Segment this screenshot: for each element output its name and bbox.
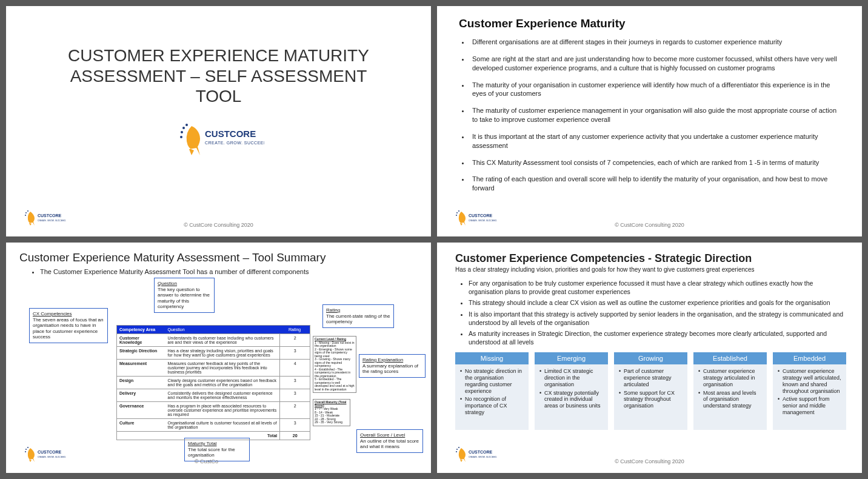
cell-question: Understands its customer base including …: [165, 334, 280, 346]
cell-rating: 2: [279, 334, 310, 346]
callout-title: Maturity Total: [188, 441, 216, 446]
callout-cx-competencies: CX Competencies The seven areas of focus…: [29, 308, 108, 343]
svg-point-5: [25, 212, 27, 213]
level-header: Missing: [455, 352, 529, 364]
cell-rating: 3: [279, 389, 310, 401]
copyright: © CustCo: [6, 458, 431, 464]
level-point: Active support from senior and middle ma…: [778, 396, 841, 415]
svg-point-1: [182, 127, 185, 129]
callout-title: CX Competencies: [33, 311, 72, 317]
callout-title: Rating Explanation: [362, 357, 403, 363]
table-row: CultureOrganisational culture is custome…: [117, 418, 310, 431]
callout-body: The total score for the organisation: [188, 447, 235, 458]
callout-title: Overall Score / Level: [360, 432, 405, 438]
callout-body: The seven areas of focus that an organis…: [33, 317, 104, 340]
svg-point-0: [185, 124, 188, 126]
svg-point-3: [180, 136, 182, 138]
slide-maturity-intro: Customer Experience Maturity Different o…: [437, 6, 862, 236]
svg-point-11: [456, 215, 457, 216]
level-point: Some support for CX strategy throughout …: [619, 390, 683, 409]
cell-area: Strategic Direction: [117, 347, 165, 359]
slide4-bullet-list: For any organisation to be truly custome…: [469, 279, 846, 346]
legend-line: 2 - Emerging - Shows some signs of the c…: [315, 348, 355, 358]
callout-body: The key question to answer to determine …: [158, 287, 210, 310]
maturity-levels-row: MissingNo strategic direction in the org…: [455, 352, 846, 430]
custcore-logo-icon: CUSTCORE CREATE. GROW. SUCCEED.: [173, 120, 264, 156]
level-point: Customer experience strategy articulated…: [698, 368, 762, 387]
callout-question: Question The key question to answer to d…: [154, 278, 215, 313]
total-value: 20: [279, 432, 310, 440]
cell-question: Measures customer feedback at key points…: [165, 360, 280, 376]
cell-area: Measurement: [117, 360, 165, 376]
cell-question: Has a clear strategy including vision, p…: [165, 347, 280, 359]
level-point: Limited CX strategic direction in the or…: [539, 368, 603, 387]
bullet-item: The maturity of customer experience mana…: [470, 106, 844, 124]
cell-area: Design: [117, 377, 165, 389]
level-body: Customer experience strategy articulated…: [693, 364, 767, 430]
cell-rating: 3: [279, 419, 310, 431]
legend-line: 1 - Missing - Does not exist in the orga…: [315, 341, 355, 348]
copyright: © CustCore Consulting 2020: [437, 458, 862, 464]
title-line-1: CUSTOMER EXPERIENCE MATURITY: [42, 45, 395, 66]
svg-text:CUSTCORE: CUSTCORE: [38, 450, 62, 454]
level-point: Part of customer experience strategy art…: [619, 368, 683, 387]
slide-grid: CUSTOMER EXPERIENCE MATURITY ASSESSMENT …: [0, 0, 868, 479]
svg-point-6: [25, 215, 26, 216]
maturity-level: EmbeddedCustomer experience strategy wel…: [773, 352, 846, 430]
level-header: Emerging: [535, 352, 608, 364]
callout-title: Question: [158, 281, 177, 286]
bullet-item: This strategy should include a clear CX …: [469, 298, 846, 307]
copyright: © CustCore Consulting 2020: [6, 222, 431, 228]
level-point: No strategic direction in the organisati…: [460, 368, 524, 394]
callout-rating-explanation: Rating Explanation A summary explanation…: [359, 354, 426, 378]
level-point: Customer experience strategy well articu…: [778, 368, 841, 394]
callout-title: Rating: [326, 307, 340, 313]
level-body: Limited CX strategic direction in the or…: [535, 364, 608, 430]
callout-body: A summary explanation of the rating scor…: [362, 363, 418, 375]
svg-text:CUSTCORE: CUSTCORE: [38, 213, 62, 218]
slide-strategic-direction: Customer Experience Competencies - Strat…: [437, 243, 862, 473]
svg-point-21: [456, 451, 457, 452]
slide4-subheading: Has a clear strategy including vision, p…: [455, 266, 846, 273]
bullet-item: The rating of each question and overall …: [470, 175, 844, 193]
svg-text:CUSTCORE: CUSTCORE: [469, 450, 493, 454]
svg-point-2: [181, 131, 183, 133]
cell-area: Customer Knowledge: [117, 334, 165, 346]
table-row: DeliveryConsistently delivers the design…: [117, 389, 310, 401]
slide3-diagram: CX Competencies The seven areas of focus…: [19, 278, 418, 460]
svg-point-20: [456, 449, 458, 450]
cell-question: Organisational culture is customer focus…: [165, 419, 280, 431]
callout-body: The current-state rating of the competen…: [326, 313, 390, 325]
svg-point-9: [458, 210, 459, 212]
svg-point-16: [25, 451, 26, 452]
cell-area: Culture: [117, 419, 165, 431]
table-row: GovernanceHas a program in place with as…: [117, 401, 310, 418]
callout-maturity-total: Maturity Total The total score for the o…: [184, 438, 250, 461]
legend-line: 29 - 35 - Very Strong: [315, 421, 349, 424]
slide-tool-summary: Customer Experience Maturity Assessment …: [6, 243, 431, 473]
level-point: No recognition of importance of CX strat…: [460, 396, 524, 415]
svg-text:CUSTCORE: CUSTCORE: [469, 213, 493, 218]
callout-overall-score: Overall Score / Level An outline of the …: [356, 429, 423, 453]
cell-area: Delivery: [117, 389, 165, 401]
table-header: Competency Area Question Rating: [117, 326, 310, 333]
total-label: Total: [165, 432, 280, 440]
slide-title: CUSTOMER EXPERIENCE MATURITY ASSESSMENT …: [6, 6, 431, 236]
cell-rating: 3: [279, 347, 310, 359]
level-body: No strategic direction in the organisati…: [455, 364, 529, 430]
maturity-level: EmergingLimited CX strategic direction i…: [535, 352, 608, 430]
maturity-level: EstablishedCustomer experience strategy …: [693, 352, 767, 430]
level-body: Part of customer experience strategy art…: [614, 364, 687, 430]
bullet-item: It is also important that this strategy …: [469, 310, 846, 327]
table-row: DesignClearly designs customer experienc…: [117, 376, 310, 389]
table-row: Strategic DirectionHas a clear strategy …: [117, 346, 310, 359]
svg-point-10: [456, 212, 458, 213]
cell-area: Governance: [117, 402, 165, 418]
col-question: Question: [165, 326, 280, 333]
legend-line: 3 - Growing - Shows many signs of the re…: [315, 358, 355, 368]
svg-point-15: [25, 449, 27, 450]
slide4-heading: Customer Experience Competencies - Strat…: [455, 252, 846, 265]
cell-question: Clearly designs customer experiences bas…: [165, 377, 280, 389]
title-line-3: TOOL: [42, 86, 395, 107]
maturity-level: MissingNo strategic direction in the org…: [455, 352, 529, 430]
